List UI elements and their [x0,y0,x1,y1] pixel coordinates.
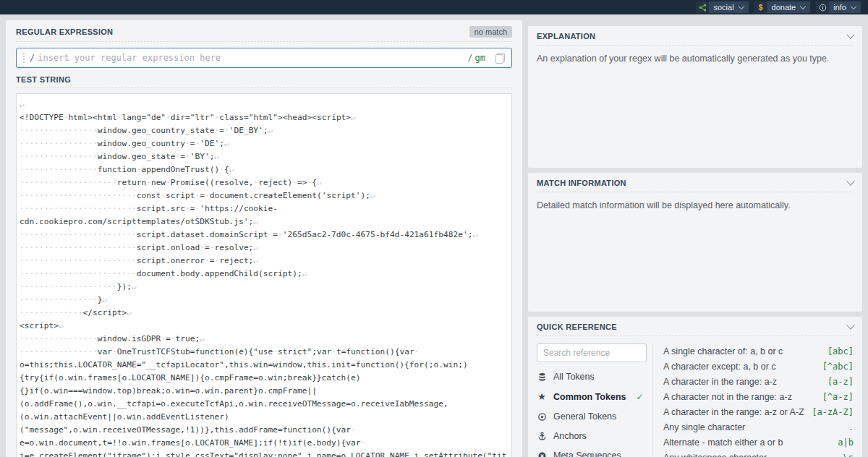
test-string-title: TEST STRING [16,75,71,84]
topbar-button-social[interactable]: social [696,1,748,13]
code-line: ························document.body.ap… [20,268,509,281]
reference-code: [a-zA-Z] [812,407,854,417]
topbar-button-label: donate [767,1,799,13]
code-line: ························script.dataset.d… [20,228,509,242]
code-line: ················window.geo_country·=·'DE… [20,137,509,150]
reference-row[interactable]: A single character of: a, b or c[abc] [663,343,854,359]
topbar-button-label: social [709,1,736,13]
reference-row[interactable]: Alternate - match either a or ba|b [663,435,854,450]
match-information-title: MATCH INFORMATION [537,179,626,187]
regular-expression-header: REGULAR EXPRESSION no match [16,26,512,42]
category-label: Anchors [553,431,587,441]
code-line: (o.addFrame(),o.win.__tcfapi=o.executeTc… [20,398,509,411]
category-label: Common Tokens [553,392,626,402]
search-reference-input[interactable] [537,343,647,362]
right-column: EXPLANATION An explanation of your regex… [528,26,862,457]
meta-sequences-icon [537,451,547,457]
code-line: ················}↵ [20,294,509,307]
match-information-body: Detailed match information will be displ… [537,200,854,210]
reference-code: a|b [838,437,854,448]
drag-handle-icon[interactable] [23,53,25,63]
code-line: ("message",o.win.receiveOTMessage,!1))},… [20,424,509,437]
reference-row[interactable]: A character except: a, b or c[^abc] [663,359,854,374]
reference-row[interactable]: Any single character. [663,419,854,435]
match-information-header: MATCH INFORMATION [537,179,854,192]
regex-panel: REGULAR EXPRESSION no match / / gm TEST … [6,20,522,457]
regex-input-container: / / gm [16,48,512,68]
chevron-down-icon[interactable] [846,177,854,185]
code-line: ················window.geo_country_state… [20,124,509,137]
regex-flags[interactable]: gm [475,53,485,63]
category-anchors[interactable]: Anchors [537,431,647,441]
code-line: i=e.createElement("iframe");i.style.cssT… [20,450,509,457]
topbar: social$donateinfo [0,0,868,14]
chevron-down-icon [738,3,744,9]
explanation-card: EXPLANATION An explanation of your regex… [528,26,862,168]
reference-entry-list: A single character of: a, b or c[abc]A c… [652,343,854,457]
code-line: cdn.cookiepro.com/scripttemplates/otSDKS… [20,215,509,228]
code-line: ························script.src·=·'ht… [20,202,509,215]
star-icon: ★ [537,391,547,402]
regular-expression-title: REGULAR EXPRESSION [16,27,113,36]
code-line: (o.win.attachEvent||o.win.addEventListen… [20,411,509,424]
reference-row[interactable]: Any whitespace character\s [663,450,854,457]
reference-desc: A character except: a, b or c [663,362,776,372]
quick-reference-sidebar: All Tokens★Common Tokens✓General TokensA… [537,343,647,457]
quick-reference-title: QUICK REFERENCE [537,323,617,331]
test-string-editor[interactable]: ↵<!DOCTYPE·html><html·lang="de"·dir="ltr… [16,93,512,457]
quick-reference-card: QUICK REFERENCE All Tokens★Common Tokens… [528,317,862,457]
explanation-header: EXPLANATION [537,32,854,46]
category-label: All Tokens [553,372,595,382]
category-meta-sequences[interactable]: Meta Sequences [537,450,647,457]
reference-code: [a-z] [827,377,854,387]
code-line: {try{if(o.win.frames[o.LOCATOR_NAME]){o.… [20,372,509,385]
category-common-tokens[interactable]: ★Common Tokens✓ [537,391,647,402]
share-icon [696,1,709,13]
topbar-buttons: social$donateinfo [696,1,861,13]
reference-desc: A character not in the range: a-z [663,392,792,402]
regex-open-delimiter: / [30,53,35,63]
reference-code: . [848,422,854,432]
chevron-down-icon[interactable] [846,321,854,329]
reference-row[interactable]: A character in the range: a-z or A-Z[a-z… [663,404,854,419]
code-line: e=o.win.document,t=!!o.win.frames[o.LOCA… [20,437,509,450]
token-category-list: All Tokens★Common Tokens✓General TokensA… [537,372,647,457]
code-line: ↵ [20,98,509,111]
code-line: ················function·appendOneTrust(… [20,163,509,176]
info-icon [816,1,829,13]
explanation-body: An explanation of your regex will be aut… [537,54,854,64]
code-line: ················window.geo_state·=·'BY';… [20,150,509,163]
explanation-title: EXPLANATION [537,32,595,40]
regex-input[interactable] [35,53,467,63]
match-status-badge: no match [469,26,512,38]
code-line: ························script.onload·=·… [20,242,509,255]
copy-icon[interactable] [495,53,505,64]
code-line: ························script.onerror·=… [20,255,509,268]
reference-row[interactable]: A character in the range: a-z[a-z] [663,374,854,389]
reference-row[interactable]: A character not in the range: a-z[^a-z] [663,389,854,404]
category-all-tokens[interactable]: All Tokens [537,372,647,382]
chevron-down-icon [851,3,856,9]
topbar-button-donate[interactable]: $donate [754,1,811,13]
reference-desc: A single character of: a, b or c [663,346,783,356]
reference-desc: A character in the range: a-z or A-Z [663,407,804,417]
reference-code: [^a-z] [822,392,854,402]
reference-desc: Any whitespace character [663,453,767,457]
reference-desc: Alternate - match either a or b [663,437,783,448]
main-content: REGULAR EXPRESSION no match / / gm TEST … [0,14,868,457]
code-line: o=this;this.LOCATOR_NAME="__tcfapiLocato… [20,359,509,372]
reference-desc: A character in the range: a-z [663,377,777,387]
quick-reference-header: QUICK REFERENCE [537,323,854,336]
topbar-button-info[interactable]: info [816,1,861,13]
code-line: ················var·OneTrustTCFStub=func… [20,346,509,359]
category-label: General Tokens [553,411,616,422]
code-line: ·············</script>↵ [20,307,509,320]
category-label: Meta Sequences [553,450,621,457]
category-general-tokens[interactable]: General Tokens [537,411,647,422]
code-line: ····················return·new·Promise((… [20,176,509,189]
chevron-down-icon[interactable] [846,30,854,38]
code-line: ················window.isGDPR·=·true;↵ [20,333,509,346]
regex-close-delimiter: / [467,53,472,63]
match-information-card: MATCH INFORMATION Detailed match informa… [528,173,862,312]
reference-code: \s [843,453,854,457]
